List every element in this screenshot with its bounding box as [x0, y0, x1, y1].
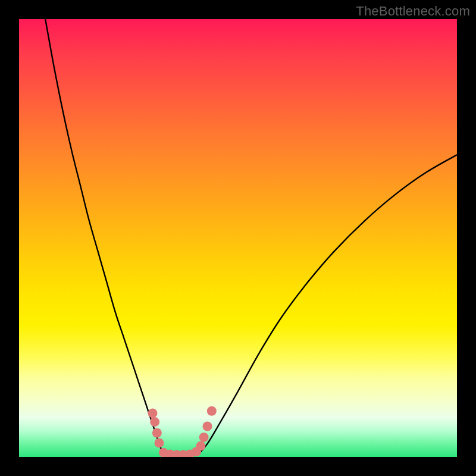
- marker-dot: [155, 438, 164, 447]
- chart-svg: [19, 19, 457, 457]
- marker-dot: [199, 433, 209, 442]
- marker-dot: [207, 406, 217, 416]
- plot-area: [19, 19, 457, 457]
- marker-dot: [196, 441, 205, 451]
- marker-dot: [148, 408, 157, 418]
- curve-right-branch: [199, 155, 457, 454]
- marker-dot: [152, 428, 162, 438]
- marker-dot: [150, 417, 159, 427]
- outer-frame: TheBottleneck.com: [0, 0, 476, 476]
- marker-dot: [202, 421, 212, 431]
- watermark-text: TheBottleneck.com: [356, 4, 470, 19]
- valley-markers: [148, 406, 216, 457]
- curve-left-branch: [45, 19, 164, 455]
